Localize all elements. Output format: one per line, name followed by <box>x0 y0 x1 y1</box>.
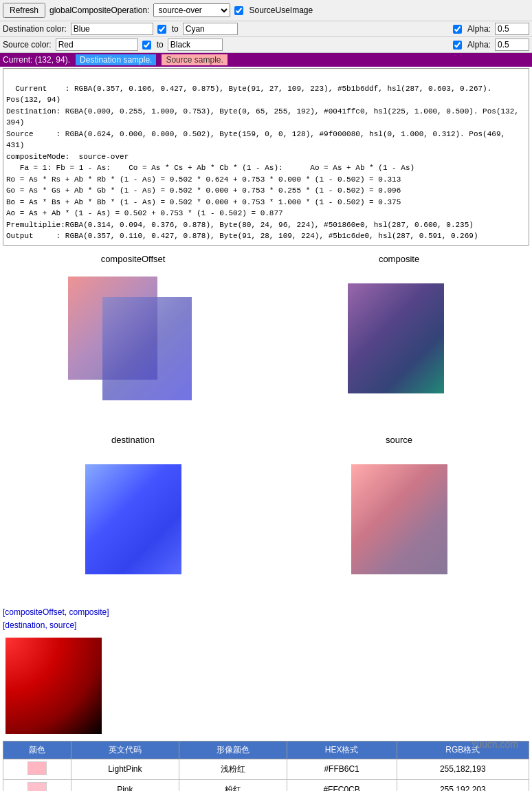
table-body: LightPink 浅粉红 #FFB6C1 255,182,193 Pink 粉… <box>3 759 529 791</box>
src-alpha-checkbox[interactable] <box>453 41 462 50</box>
source-title: source <box>386 435 412 445</box>
th-color: 颜色 <box>3 741 71 759</box>
dest-alpha-label: Alpha: <box>467 24 491 34</box>
th-hex: HEX格式 <box>287 741 397 759</box>
composite-offset-canvas <box>61 270 206 407</box>
source-use-image-label: SourceUseImage <box>249 6 313 15</box>
bottom-diagrams: destination source <box>0 428 532 574</box>
color-table: 颜色 英文代码 形像颜色 HEX格式 RGB格式 LightPink 浅粉红 #… <box>3 741 529 791</box>
src-sample-label: Source sample. <box>162 54 227 65</box>
src-canvas <box>351 464 447 574</box>
array-label-1: [compositeOffset, composite] <box>3 606 529 619</box>
cell-swatch <box>3 779 71 791</box>
destination-block: destination <box>0 435 266 574</box>
src-to-checkbox[interactable] <box>142 41 151 50</box>
cell-zh: 粉红 <box>179 779 287 791</box>
top-diagrams: compositeOffset composite <box>0 247 532 414</box>
th-zh: 形像颜色 <box>179 741 287 759</box>
cell-zh: 浅粉红 <box>179 759 287 779</box>
destination-title: destination <box>111 435 155 445</box>
src-color-input[interactable] <box>56 39 138 51</box>
table-header-row: 颜色 英文代码 形像颜色 HEX格式 RGB格式 <box>3 741 529 759</box>
array-labels: [compositeOffset, composite] [destinatio… <box>3 606 529 632</box>
operation-label: globalCompositeOperation: <box>49 6 149 15</box>
cell-name: Pink <box>71 779 179 791</box>
composite-offset-title: compositeOffset <box>101 254 166 264</box>
destination-row: Destination color: to Alpha: <box>0 21 532 37</box>
th-name: 英文代码 <box>71 741 179 759</box>
dest-sample-label: Destination sample. <box>76 54 156 65</box>
dest-alpha-checkbox[interactable] <box>453 25 462 34</box>
array-label-2: [destination, source] <box>3 619 529 632</box>
gradient-square <box>5 638 102 734</box>
cell-hex: #FFC0CB <box>287 779 397 791</box>
src-alpha-input[interactable] <box>495 39 529 51</box>
cell-name: LightPink <box>71 759 179 779</box>
composite-canvas <box>327 270 472 407</box>
color-swatch <box>27 761 47 775</box>
source-use-image-checkbox[interactable] <box>234 6 243 15</box>
src-alpha-label: Alpha: <box>467 40 491 50</box>
source-block: source <box>266 435 532 574</box>
table-row: LightPink 浅粉红 #FFB6C1 255,182,193 <box>3 759 529 779</box>
info-text: Current : RGBA(0.357, 0.106, 0.427, 0.87… <box>6 85 524 241</box>
src-to-label: to <box>157 40 164 50</box>
operation-select[interactable]: source-over source-in source-out source-… <box>153 3 230 17</box>
table-row: Pink 粉红 #FFC0CB 255,192,203 <box>3 779 529 791</box>
cell-swatch <box>3 759 71 779</box>
dest-to-checkbox[interactable] <box>157 25 166 34</box>
dest-alpha-input[interactable] <box>495 23 529 35</box>
composite-title: composite <box>379 254 419 264</box>
current-bar: Current: (132, 94). Destination sample. … <box>0 53 532 67</box>
composite-offset-block: compositeOffset <box>0 254 266 407</box>
watermark: Yuucn.com <box>471 739 518 750</box>
refresh-button[interactable]: Refresh <box>3 3 45 18</box>
source-row: Source color: to Alpha: <box>0 37 532 53</box>
cell-rgb: 255,192,203 <box>397 779 529 791</box>
dest-color-label: Destination color: <box>3 24 67 34</box>
info-box: Current : RGBA(0.357, 0.106, 0.427, 0.87… <box>3 68 529 246</box>
co-src-rect <box>102 297 192 400</box>
toolbar: Refresh globalCompositeOperation: source… <box>0 0 532 21</box>
dest-to-label: to <box>172 24 179 34</box>
bottom-section: [compositeOffset, composite] [destinatio… <box>0 602 532 792</box>
dest-to-input[interactable] <box>183 23 238 35</box>
composite-block: composite <box>266 254 532 407</box>
src-to-input[interactable] <box>168 39 223 51</box>
current-text: Current: (132, 94). <box>3 55 70 65</box>
cell-hex: #FFB6C1 <box>287 759 397 779</box>
color-swatch <box>27 782 47 791</box>
dest-canvas <box>85 464 181 574</box>
cell-rgb: 255,182,193 <box>397 759 529 779</box>
dest-color-input[interactable] <box>71 23 153 35</box>
src-color-label: Source color: <box>3 40 52 50</box>
comp-result-rect <box>348 283 444 393</box>
